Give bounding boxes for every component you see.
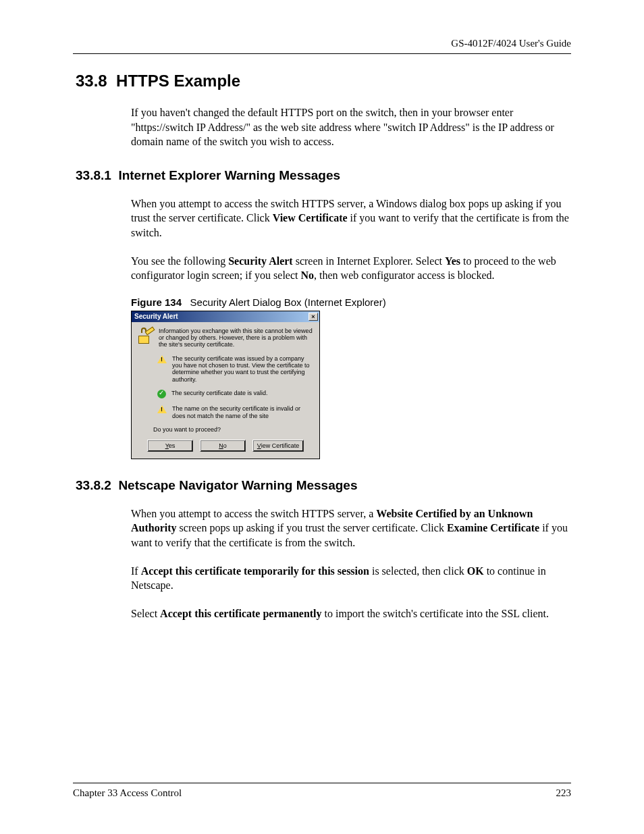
sub2-p1-a: When you attempt to access the switch HT…	[131, 508, 376, 519]
sub2-para3: Select Accept this certificate permanent…	[131, 606, 571, 621]
dialog-item-1-text: The security certificate was issued by a…	[172, 355, 314, 383]
dialog-item-2: The security certificate date is valid.	[157, 390, 314, 398]
sub2-p1-b: screen pops up asking if you trust the s…	[177, 522, 447, 533]
sub2-p2-b1: Accept this certificate temporarily for …	[141, 565, 369, 577]
header-guide-title: GS-4012F/4024 User's Guide	[73, 38, 571, 49]
section-heading: 33.8 HTTPS Example	[76, 72, 571, 90]
dialog-intro-row: Information you exchange with this site …	[137, 328, 314, 348]
sub2-p3-b1: Accept this certificate permanently	[160, 608, 321, 619]
section-intro: If you haven't changed the default HTTPS…	[131, 105, 571, 149]
dialog-body: Information you exchange with this site …	[132, 322, 319, 459]
footer-page-number: 223	[556, 787, 572, 799]
section-number: 33.8	[76, 72, 107, 90]
checkmark-icon	[157, 390, 166, 398]
sub1-para2-b3: No	[300, 269, 314, 281]
sub2-p1-b2: Examine Certificate	[447, 522, 539, 533]
footer-rule	[73, 783, 571, 783]
section-title: HTTPS Example	[116, 72, 240, 90]
dialog-intro-text: Information you exchange with this site …	[159, 328, 314, 348]
sub1-para2-d: , then web configurator access is blocke…	[314, 269, 494, 281]
warning-icon	[157, 405, 167, 413]
close-button[interactable]: ×	[308, 313, 318, 321]
dialog-item-3-text: The name on the security certificate is …	[172, 405, 314, 419]
header-rule	[73, 53, 571, 54]
sub2-para1: When you attempt to access the switch HT…	[131, 506, 571, 550]
sub2-p2-a: If	[131, 565, 141, 577]
sub2-p3-a: Select	[131, 608, 160, 619]
sub2-p2-b: is selected, then click	[369, 565, 467, 577]
dialog-item-1: The security certificate was issued by a…	[157, 355, 314, 383]
sub1-para2-b2: Yes	[445, 255, 460, 267]
sub2-p3-b: to import the switch's certificate into …	[322, 608, 549, 619]
footer-chapter: Chapter 33 Access Control	[73, 787, 182, 799]
dialog-item-3: The name on the security certificate is …	[157, 405, 314, 419]
figure-caption: Figure 134 Security Alert Dialog Box (In…	[131, 296, 571, 308]
subsection-1-heading: 33.8.1 Internet Explorer Warning Message…	[76, 168, 571, 183]
dialog-item-2-text: The security certificate date is valid.	[171, 390, 314, 398]
sub1-para2-a: You see the following	[131, 255, 228, 267]
sub2-p2-b2: OK	[467, 565, 484, 577]
figure-caption-text: Security Alert Dialog Box (Internet Expl…	[190, 296, 386, 308]
figure-label: Figure 134	[131, 296, 182, 308]
no-button[interactable]: No	[200, 440, 246, 452]
lock-key-icon	[137, 328, 153, 344]
sub1-para2-b1: Security Alert	[228, 255, 293, 267]
dialog-proceed-text: Do you want to proceed?	[153, 426, 314, 433]
dialog-button-row: Yes No View Certificate	[137, 440, 314, 452]
warning-icon	[157, 355, 167, 363]
view-certificate-button[interactable]: View Certificate	[252, 440, 304, 452]
page-footer: Chapter 33 Access Control 223	[73, 783, 571, 799]
sub1-para2: You see the following Security Alert scr…	[131, 254, 571, 283]
sub1-para1-bold: View Certificate	[273, 212, 348, 224]
subsection-1-number: 33.8.1	[76, 168, 111, 182]
dialog-title: Security Alert	[134, 313, 308, 320]
yes-button[interactable]: Yes	[147, 440, 193, 452]
subsection-1-title: Internet Explorer Warning Messages	[118, 168, 340, 182]
sub1-para1: When you attempt to access the switch HT…	[131, 197, 571, 240]
sub2-para2: If Accept this certificate temporarily f…	[131, 564, 571, 593]
sub1-para2-b: screen in Internet Explorer. Select	[293, 255, 445, 267]
subsection-2-number: 33.8.2	[76, 478, 111, 492]
security-alert-dialog: Security Alert × Information you exchang…	[131, 311, 320, 459]
subsection-2-title: Netscape Navigator Warning Messages	[118, 478, 357, 492]
subsection-2-heading: 33.8.2 Netscape Navigator Warning Messag…	[76, 478, 571, 493]
dialog-titlebar: Security Alert ×	[132, 311, 319, 322]
